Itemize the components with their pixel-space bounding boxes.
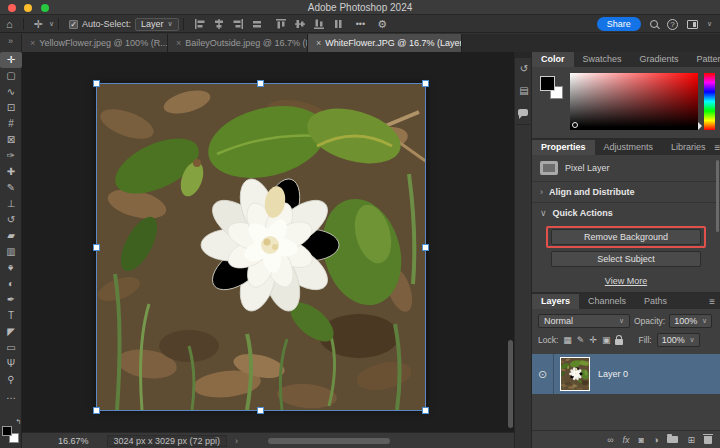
select-subject-button[interactable]: Select Subject xyxy=(551,251,701,267)
view-more-link[interactable]: View More xyxy=(596,276,656,286)
status-chevron-icon[interactable]: › xyxy=(235,436,238,446)
object-selection-tool[interactable]: ⊡ xyxy=(0,100,22,116)
transform-handle-top-center[interactable] xyxy=(257,80,264,87)
document-image[interactable] xyxy=(97,84,425,410)
move-tool-chevron-icon[interactable]: ∨ xyxy=(49,20,54,28)
help-icon[interactable]: ? xyxy=(667,19,678,30)
canvas-area[interactable] xyxy=(22,52,514,432)
blur-tool[interactable]: ♠ xyxy=(0,260,22,276)
tab-layers[interactable]: Layers xyxy=(532,294,579,309)
eyedropper-tool[interactable]: ✑ xyxy=(0,148,22,164)
tab-channels[interactable]: Channels xyxy=(579,294,635,309)
new-layer-icon[interactable]: ⊞ xyxy=(687,435,695,445)
lock-artboard-icon[interactable]: ▣ xyxy=(602,335,611,345)
edit-toolbar-button[interactable]: … xyxy=(0,388,22,404)
lock-transparency-icon[interactable]: ▦ xyxy=(563,335,572,345)
toolbar-collapse-icon[interactable]: » xyxy=(0,34,22,52)
history-brush-tool[interactable]: ↺ xyxy=(0,212,22,228)
transform-handle-bottom-left[interactable] xyxy=(93,407,100,414)
transform-handle-middle-left[interactable] xyxy=(93,244,100,251)
close-icon[interactable]: × xyxy=(176,38,181,48)
home-icon[interactable]: ⌂ xyxy=(0,16,19,32)
panel-menu-icon[interactable]: ≡ xyxy=(709,296,715,307)
move-tool-indicator-icon[interactable]: ✛ xyxy=(28,16,49,32)
lasso-tool[interactable]: ∿ xyxy=(0,84,22,100)
new-group-icon[interactable] xyxy=(667,436,678,443)
hue-slider-marker[interactable] xyxy=(698,122,706,130)
layer-mask-icon[interactable]: ◙ xyxy=(639,435,644,445)
dodge-tool[interactable]: ◐ xyxy=(0,276,22,292)
align-top-edges-icon[interactable] xyxy=(275,18,287,30)
layer-visibility-eye-icon[interactable]: ⊙ xyxy=(532,354,554,394)
panel-menu-icon[interactable]: ≡ xyxy=(715,142,720,153)
align-horizontal-centers-icon[interactable] xyxy=(213,18,225,30)
swap-colors-icon[interactable]: ↰ xyxy=(15,418,21,426)
transform-handle-top-left[interactable] xyxy=(93,80,100,87)
workspace-chevron-icon[interactable]: ∨ xyxy=(707,20,712,28)
zoom-tool[interactable]: ⚲ xyxy=(0,372,22,388)
share-button[interactable]: Share xyxy=(597,17,641,31)
zoom-level[interactable]: 16.67% xyxy=(58,436,89,446)
align-vertical-centers-icon[interactable] xyxy=(294,18,306,30)
crop-tool[interactable]: # xyxy=(0,116,22,132)
tab-paths[interactable]: Paths xyxy=(635,294,676,309)
gear-icon[interactable]: ⚙ xyxy=(371,16,393,32)
blend-mode-dropdown[interactable]: Normal ∨ xyxy=(538,314,630,328)
adjustment-layer-icon[interactable]: ◑ xyxy=(653,435,658,445)
brush-tool[interactable]: ✎ xyxy=(0,180,22,196)
quick-actions-section[interactable]: ∨ Quick Actions xyxy=(532,203,720,223)
tab-baileyoutside[interactable]: × BaileyOutside.jpeg @ 16.7% (R... xyxy=(168,34,308,52)
transform-handle-top-right[interactable] xyxy=(422,80,429,87)
workspace-switcher-icon[interactable] xyxy=(687,20,698,29)
move-tool[interactable]: ✛ xyxy=(0,52,22,68)
opacity-value-dropdown[interactable]: 100% ∨ xyxy=(669,314,712,328)
auto-select-target-dropdown[interactable]: Layer ∨ xyxy=(135,18,179,31)
tab-libraries[interactable]: Libraries xyxy=(662,140,715,155)
color-picker-cursor[interactable] xyxy=(572,122,578,128)
align-distribute-section[interactable]: › Align and Distribute xyxy=(532,182,720,203)
fill-value-dropdown[interactable]: 100% ∨ xyxy=(657,333,700,347)
distribute-vertical-icon[interactable] xyxy=(332,18,344,30)
tab-color[interactable]: Color xyxy=(532,52,574,67)
saturation-brightness-field[interactable] xyxy=(570,73,698,130)
link-layers-icon[interactable]: ∞ xyxy=(607,435,613,445)
transform-handle-middle-right[interactable] xyxy=(422,244,429,251)
tab-patterns[interactable]: Patterns xyxy=(688,52,720,67)
rectangular-marquee-tool[interactable]: ▢ xyxy=(0,68,22,84)
delete-layer-icon[interactable] xyxy=(704,436,712,444)
tab-properties[interactable]: Properties xyxy=(532,140,595,155)
hand-tool[interactable]: Ψ xyxy=(0,356,22,372)
layer-thumbnail[interactable] xyxy=(560,357,590,391)
layer-name[interactable]: Layer 0 xyxy=(598,369,628,379)
transform-handle-bottom-center[interactable] xyxy=(257,407,264,414)
align-right-edges-icon[interactable] xyxy=(232,18,244,30)
history-panel-icon[interactable]: ↺ xyxy=(515,58,533,80)
layer-row-selected[interactable]: ⊙ Layer 0 xyxy=(532,354,720,394)
pen-tool[interactable]: ✒ xyxy=(0,292,22,308)
more-options-icon[interactable]: ••• xyxy=(350,16,371,32)
vertical-scrollbar[interactable] xyxy=(508,340,513,428)
align-bottom-edges-icon[interactable] xyxy=(313,18,325,30)
foreground-background-swatches[interactable]: ↰ xyxy=(2,420,21,446)
distribute-horizontal-icon[interactable] xyxy=(251,18,263,30)
tab-whiteflower-active[interactable]: × WhiteFlower.JPG @ 16.7% (Layer 0, RGB/… xyxy=(308,34,462,52)
align-left-edges-icon[interactable] xyxy=(194,18,206,30)
lock-all-icon[interactable] xyxy=(615,339,623,345)
tab-adjustments[interactable]: Adjustments xyxy=(595,140,663,155)
type-tool[interactable]: T xyxy=(0,308,22,324)
properties-scrollbar[interactable] xyxy=(716,160,719,232)
search-icon[interactable] xyxy=(650,20,658,28)
lock-pixels-icon[interactable]: ✎ xyxy=(577,335,585,345)
clone-stamp-tool[interactable]: ⊥ xyxy=(0,196,22,212)
horizontal-scrollbar[interactable] xyxy=(268,438,390,444)
lock-position-icon[interactable]: ✛ xyxy=(589,335,597,345)
eraser-tool[interactable]: ▰ xyxy=(0,228,22,244)
layer-effects-icon[interactable]: fx xyxy=(623,435,630,445)
remove-background-button[interactable]: Remove Background xyxy=(551,229,701,245)
comments-panel-icon[interactable] xyxy=(518,109,528,116)
foreground-color-swatch[interactable] xyxy=(540,76,555,91)
tab-gradients[interactable]: Gradients xyxy=(631,52,688,67)
close-icon[interactable]: × xyxy=(316,38,321,48)
transform-handle-bottom-right[interactable] xyxy=(422,407,429,414)
frame-tool[interactable]: ⊠ xyxy=(0,132,22,148)
